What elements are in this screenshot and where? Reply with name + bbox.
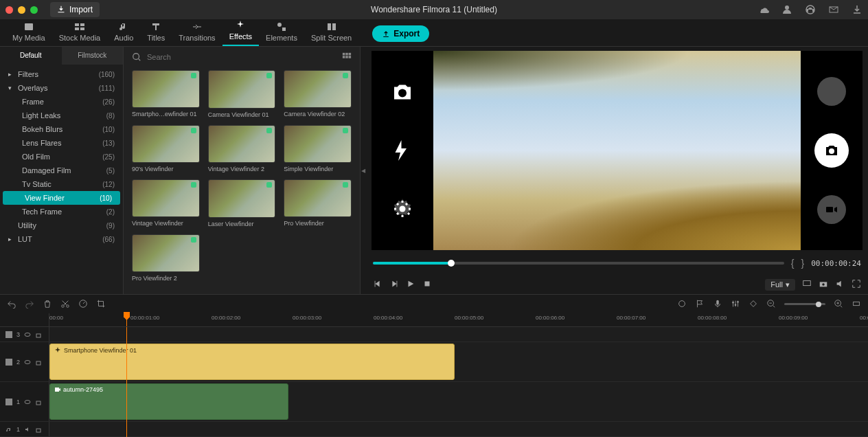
export-button[interactable]: Export [372,25,429,42]
cat-view-finder[interactable]: View Finder(10) [3,191,120,205]
sidebar-tab-default[interactable]: Default [0,47,62,65]
cat-tv-static[interactable]: Tv Static(12) [0,177,123,191]
lock-icon[interactable] [35,331,42,338]
cat-light-leaks[interactable]: Light Leaks(8) [0,109,123,122]
effect-item[interactable]: Pro Viewfinder 2 [132,234,200,282]
effect-item[interactable]: Camera Viewfinder 01 [208,70,276,118]
effect-item[interactable]: Vintage Viewfinder [132,179,200,227]
eye-icon[interactable] [24,399,31,405]
gear-icon [390,197,415,221]
track-body[interactable] [49,422,868,436]
tab-audio[interactable]: Audio [107,19,140,46]
track-body[interactable]: Smartphone Viewfinder 01 [49,342,868,381]
lock-icon[interactable] [35,426,42,433]
cat-lens-flares[interactable]: Lens Flares(13) [0,136,123,150]
effect-item[interactable]: Pro Viewfinder [284,179,352,227]
effect-item[interactable]: Camera Viewfinder 02 [284,70,352,118]
eye-icon[interactable] [24,359,31,366]
volume-icon[interactable] [835,279,845,290]
undo-button[interactable] [7,299,16,310]
crop-button[interactable] [96,299,106,310]
effect-item[interactable]: 90's Viewfinder [132,125,200,173]
snapshot-icon[interactable] [819,279,828,290]
redo-button[interactable] [25,299,34,310]
tab-transitions[interactable]: Transitions [172,19,222,46]
eye-icon[interactable] [24,331,31,338]
grid-view-icon[interactable] [342,52,352,62]
minimize-window[interactable] [18,6,25,14]
effect-item[interactable]: Vintage Viewfinder 2 [208,125,276,173]
cat-lut[interactable]: ▸LUT(66) [0,232,123,246]
zoom-fit-icon[interactable] [852,299,861,310]
preview-viewport[interactable] [372,51,863,250]
mic-button[interactable] [713,299,722,310]
cat-old-film[interactable]: Old Film(25) [0,150,123,164]
tab-titles[interactable]: Titles [140,19,172,46]
zoom-in-icon[interactable] [834,299,843,310]
download-icon[interactable] [852,4,863,15]
mark-out-icon[interactable]: } [801,258,804,269]
tab-my-media[interactable]: My Media [5,19,52,46]
resolution-select[interactable]: Full▾ [765,279,795,291]
track-head-2[interactable]: 2 [0,342,49,381]
tab-effects[interactable]: Effects [222,17,259,46]
import-button[interactable]: Import [50,2,100,17]
delete-button[interactable] [43,299,52,310]
track-head-a1[interactable]: 1 [0,422,49,436]
tab-stock-media[interactable]: Stock Media [52,19,108,46]
tab-elements[interactable]: Elements [259,19,304,46]
cut-button[interactable] [60,299,70,310]
lock-icon[interactable] [35,399,42,405]
next-frame-button[interactable] [389,279,399,290]
cat-tech-frame[interactable]: Tech Frame(2) [0,205,123,218]
panel-collapse-handle[interactable]: ◀ [361,47,366,294]
cat-filters[interactable]: ▸Filters(160) [0,67,123,81]
search-input[interactable] [147,53,336,61]
maximize-window[interactable] [30,6,38,14]
playhead-line[interactable] [126,327,127,437]
video-clip[interactable]: autumn-27495 [49,383,288,420]
keyframe-button[interactable] [749,299,758,310]
mixer-button[interactable] [731,299,740,310]
effect-item[interactable]: Laser Viewfinder [208,179,276,227]
flag-button[interactable] [695,299,705,310]
effect-thumb [132,234,200,272]
cloud-icon[interactable] [758,4,769,15]
display-toggle-icon[interactable] [802,279,812,290]
mail-icon[interactable] [828,4,839,15]
mark-in-icon[interactable]: { [791,258,795,269]
track-head-3[interactable]: 3 [0,327,49,341]
fullscreen-icon[interactable] [852,279,861,290]
playhead[interactable] [126,313,127,326]
prev-frame-button[interactable] [373,279,382,290]
zoom-out-icon[interactable] [766,299,776,310]
svg-rect-40 [5,331,12,338]
account-icon[interactable] [781,4,792,15]
sidebar-tab-filmstock[interactable]: Filmstock [62,47,124,65]
cat-utility[interactable]: Utility(9) [0,218,123,232]
close-window[interactable] [5,6,13,14]
play-button[interactable] [406,279,415,290]
track-head-1[interactable]: 1 [0,382,49,421]
lock-icon[interactable] [35,359,42,366]
timeline-ruler[interactable]: 00:00 00:00:01:00 00:00:02:00 00:00:03:0… [0,313,868,327]
svg-rect-25 [425,282,430,287]
preview-progress[interactable] [373,262,784,265]
timeline: 00:00 00:00:01:00 00:00:02:00 00:00:03:0… [0,313,868,437]
mute-icon[interactable] [24,426,31,433]
cat-bokeh-blurs[interactable]: Bokeh Blurs(10) [0,122,123,136]
zoom-slider[interactable] [784,303,825,305]
effect-clip[interactable]: Smartphone Viewfinder 01 [49,344,455,380]
cat-overlays[interactable]: ▾Overlays(111) [0,81,123,95]
effect-item[interactable]: Smartpho…ewfinder 01 [132,70,200,118]
tab-split-screen[interactable]: Split Screen [304,19,358,46]
support-icon[interactable] [805,4,816,15]
effect-item[interactable]: Simple Viewfinder [284,125,352,173]
cat-frame[interactable]: Frame(26) [0,95,123,109]
track-body[interactable]: autumn-27495 [49,382,868,421]
stop-button[interactable] [422,279,432,290]
speed-button[interactable] [78,299,88,310]
cat-damaged-film[interactable]: Damaged Film(5) [0,164,123,177]
track-body[interactable] [49,327,868,341]
marker-button[interactable] [677,299,687,310]
